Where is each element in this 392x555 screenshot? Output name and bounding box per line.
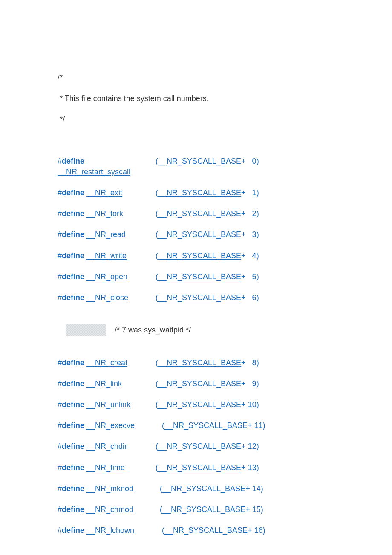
define-name: #define __NR_execve	[58, 420, 156, 431]
define-value: (__NR_SYSCALL_BASE+ 13)	[156, 462, 259, 473]
define-value: (__NR_SYSCALL_BASE+ 4)	[156, 251, 259, 261]
define-value: (__NR_SYSCALL_BASE+ 5)	[156, 272, 259, 282]
define-line: #define __NR_restart_syscall(__NR_SYSCAL…	[58, 156, 392, 177]
define-value: (__NR_SYSCALL_BASE+ 3)	[156, 229, 259, 240]
removed-syscall-comment-line: /* 7 was sys_waitpid */	[58, 313, 392, 347]
define-value: (__NR_SYSCALL_BASE+ 16)	[156, 525, 265, 536]
define-name: #define __NR_lchown	[58, 525, 156, 536]
define-value: (__NR_SYSCALL_BASE+ 6)	[156, 292, 259, 303]
define-value: (__NR_SYSCALL_BASE+ 2)	[156, 208, 259, 219]
define-line: #define __NR_unlink(__NR_SYSCALL_BASE+ 1…	[58, 399, 392, 410]
define-line: #define __NR_chdir(__NR_SYSCALL_BASE+ 12…	[58, 441, 392, 452]
define-name: #define __NR_exit	[58, 188, 156, 198]
define-name: #define __NR_read	[58, 229, 156, 240]
define-name: #define __NR_unlink	[58, 399, 156, 410]
define-line: #define __NR_chmod (__NR_SYSCALL_BASE+ 1…	[58, 504, 392, 515]
highlight-box	[66, 324, 106, 336]
define-line: #define __NR_time(__NR_SYSCALL_BASE+ 13)	[58, 462, 392, 473]
comment-open: /*	[58, 72, 392, 83]
define-line: #define __NR_read(__NR_SYSCALL_BASE+ 3)	[58, 229, 392, 240]
define-name: #define __NR_open	[58, 272, 156, 282]
define-name: #define __NR_creat	[58, 358, 156, 368]
define-line: #define __NR_close(__NR_SYSCALL_BASE+ 6)	[58, 292, 392, 303]
comment-close: */	[58, 114, 392, 125]
define-value: (__NR_SYSCALL_BASE+ 12)	[156, 441, 259, 452]
define-value: (__NR_SYSCALL_BASE+ 9)	[156, 379, 259, 389]
define-value: (__NR_SYSCALL_BASE+ 15)	[156, 504, 263, 515]
define-name: #define __NR_chmod	[58, 504, 156, 515]
define-line: #define __NR_lchown (__NR_SYSCALL_BASE+ …	[58, 525, 392, 536]
define-line: #define __NR_exit(__NR_SYSCALL_BASE+ 1)	[58, 188, 392, 198]
define-name: #define __NR_link	[58, 379, 156, 389]
define-value: (__NR_SYSCALL_BASE+ 1)	[156, 188, 259, 198]
define-line: #define __NR_mknod (__NR_SYSCALL_BASE+ 1…	[58, 483, 392, 494]
define-line: #define __NR_fork(__NR_SYSCALL_BASE+ 2)	[58, 208, 392, 219]
define-name: #define __NR_write	[58, 251, 156, 261]
define-value: (__NR_SYSCALL_BASE+ 10)	[156, 399, 259, 410]
define-name: #define __NR_fork	[58, 208, 156, 219]
define-name: #define __NR_restart_syscall	[58, 156, 156, 177]
define-line: #define __NR_link(__NR_SYSCALL_BASE+ 9)	[58, 379, 392, 389]
define-list-2: #define __NR_creat(__NR_SYSCALL_BASE+ 8)…	[58, 358, 392, 536]
define-line: #define __NR_open(__NR_SYSCALL_BASE+ 5)	[58, 272, 392, 282]
define-value: (__NR_SYSCALL_BASE+ 11)	[156, 420, 265, 431]
define-name: #define __NR_chdir	[58, 441, 156, 452]
define-line: #define __NR_execve (__NR_SYSCALL_BASE+ …	[58, 420, 392, 431]
comment-body: * This file contains the system call num…	[58, 93, 392, 104]
define-value: (__NR_SYSCALL_BASE+ 14)	[156, 483, 263, 494]
blank-lines	[58, 136, 392, 156]
define-name: #define __NR_mknod	[58, 483, 156, 494]
define-line: #define __NR_write(__NR_SYSCALL_BASE+ 4)	[58, 251, 392, 261]
define-list-1: #define __NR_restart_syscall(__NR_SYSCAL…	[58, 156, 392, 304]
code-document: /* * This file contains the system call …	[0, 0, 392, 555]
define-line: #define __NR_creat(__NR_SYSCALL_BASE+ 8)	[58, 358, 392, 368]
removed-syscall-comment: /* 7 was sys_waitpid */	[115, 326, 191, 334]
define-name: #define __NR_close	[58, 292, 156, 303]
define-value: (__NR_SYSCALL_BASE+ 0)	[156, 156, 259, 167]
define-name: #define __NR_time	[58, 462, 156, 473]
define-value: (__NR_SYSCALL_BASE+ 8)	[156, 358, 259, 368]
